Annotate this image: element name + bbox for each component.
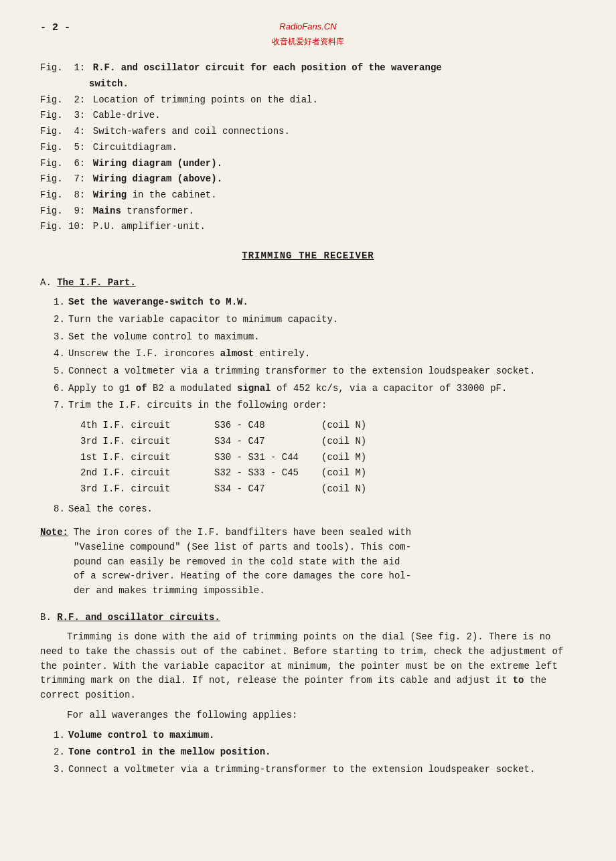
- list-item: 6. Apply to g1 of B2 a modulated signal …: [54, 382, 576, 396]
- subsection-a-label: A.: [40, 277, 57, 288]
- list-item: 5. Connect a voltmeter via a trimming tr…: [54, 364, 576, 379]
- list-item: 3. Connect a voltmeter via a trimming-tr…: [54, 763, 576, 777]
- list-item: 1. Set the waverange-switch to M.W.: [54, 295, 576, 310]
- fig-label: Fig. 8: [40, 188, 80, 203]
- list-item: switch.: [40, 77, 576, 92]
- fig-label: Fig. 1: [40, 61, 80, 76]
- page-number: - 2 -: [40, 20, 70, 35]
- subsection-a: A. The I.F. Part. 1. Set the waverange-s…: [40, 276, 576, 599]
- if-circuits-table: 4th I.F. circuit S36 - C48 (coil N) 3rd …: [80, 418, 576, 496]
- fig-text: Switch-wafers and coil connections.: [92, 125, 576, 139]
- fig-label: Fig. 4: [40, 125, 80, 139]
- list-item: Fig. 4 : Switch-wafers and coil connecti…: [40, 125, 576, 139]
- fig-label: Fig. 2: [40, 93, 80, 108]
- fig-text: Location of trimming points on the dial.: [92, 93, 576, 108]
- list-item: Fig. 8 : Wiring in the cabinet.: [40, 188, 576, 203]
- fig-label: Fig. 6: [40, 157, 80, 171]
- fig-label: Fig. 10: [40, 220, 80, 234]
- table-row: 4th I.F. circuit S36 - C48 (coil N): [80, 418, 576, 433]
- list-item: Fig. 1 : R.F. and oscillator circuit for…: [40, 61, 576, 76]
- fig-text: Wiring diagram (under).: [92, 157, 576, 171]
- subsection-b-label: B.: [40, 612, 57, 623]
- fig-text: Wiring in the cabinet.: [92, 188, 576, 203]
- table-row: 1st I.F. circuit S30 - S31 - C44 (coil M…: [80, 451, 576, 465]
- list-item: 3. Set the volume control to maximum.: [54, 330, 576, 345]
- fig-text: R.F. and oscillator circuit for each pos…: [92, 61, 576, 76]
- list-item: 2. Tone control in the mellow position.: [54, 745, 576, 760]
- table-row: 2nd I.F. circuit S32 - S33 - C45 (coil M…: [80, 466, 576, 481]
- note-label: Note:: [40, 526, 74, 598]
- list-item: 2. Turn the variable capacitor to minimu…: [54, 313, 576, 327]
- seal-step-list: 8. Seal the cores.: [54, 502, 576, 517]
- fig-text: Circuitdiagram.: [92, 141, 576, 155]
- list-item: 4. Unscrew the I.F. ironcores almost ent…: [54, 347, 576, 362]
- body-paragraph-2: For all waveranges the following applies…: [40, 708, 576, 723]
- list-item: Fig. 6 : Wiring diagram (under).: [40, 157, 576, 171]
- list-item: Fig. 2 : Location of trimming points on …: [40, 93, 576, 108]
- note-block: Note: The iron cores of the I.F. bandfil…: [40, 526, 576, 598]
- subsection-b: B. R.F. and oscillator circuits. Trimmin…: [40, 611, 576, 777]
- fig-label: Fig. 3: [40, 108, 80, 123]
- table-row: 3rd I.F. circuit S34 - C47 (coil N): [80, 482, 576, 497]
- if-steps-list: 1. Set the waverange-switch to M.W. 2. T…: [54, 295, 576, 413]
- waverange-steps-list: 1. Volume control to maximum. 2. Tone co…: [54, 728, 576, 777]
- fig-text: Wiring diagram (above).: [92, 172, 576, 187]
- fig-label: Fig. 7: [40, 172, 80, 187]
- list-item: Fig. 5 : Circuitdiagram.: [40, 141, 576, 155]
- list-item: Fig. 10 : P.U. amplifier-unit.: [40, 220, 576, 234]
- list-item: 7. Trim the I.F. circuits in the followi…: [54, 398, 576, 413]
- note-text: The iron cores of the I.F. bandfilters h…: [74, 526, 576, 598]
- subsection-a-title: The I.F. Part.: [57, 277, 136, 288]
- page-header: - 2 - RadioFans.CN 收音机爱好者资料库: [40, 20, 576, 49]
- fig-text: P.U. amplifier-unit.: [92, 220, 576, 234]
- site-subtitle: 收音机爱好者资料库: [272, 37, 344, 46]
- fig-label: Fig. 5: [40, 141, 80, 155]
- fig-text: Cable-drive.: [92, 108, 576, 123]
- list-item: 8. Seal the cores.: [54, 502, 576, 517]
- list-item: Fig. 9 : Mains transformer.: [40, 204, 576, 219]
- subsection-b-title: R.F. and oscillator circuits.: [57, 612, 220, 623]
- section-title: TRIMMING THE RECEIVER: [40, 249, 576, 264]
- fig-text: Mains transformer.: [92, 204, 576, 219]
- list-item: 1. Volume control to maximum.: [54, 728, 576, 743]
- figure-list: Fig. 1 : R.F. and oscillator circuit for…: [40, 61, 576, 234]
- list-item: Fig. 7 : Wiring diagram (above).: [40, 172, 576, 187]
- body-paragraph-1: Trimming is done with the aid of trimmin…: [40, 630, 576, 702]
- list-item: Fig. 3 : Cable-drive.: [40, 108, 576, 123]
- table-row: 3rd I.F. circuit S34 - C47 (coil N): [80, 435, 576, 449]
- fig-label: Fig. 9: [40, 204, 80, 219]
- site-name: RadioFans.CN: [279, 21, 336, 31]
